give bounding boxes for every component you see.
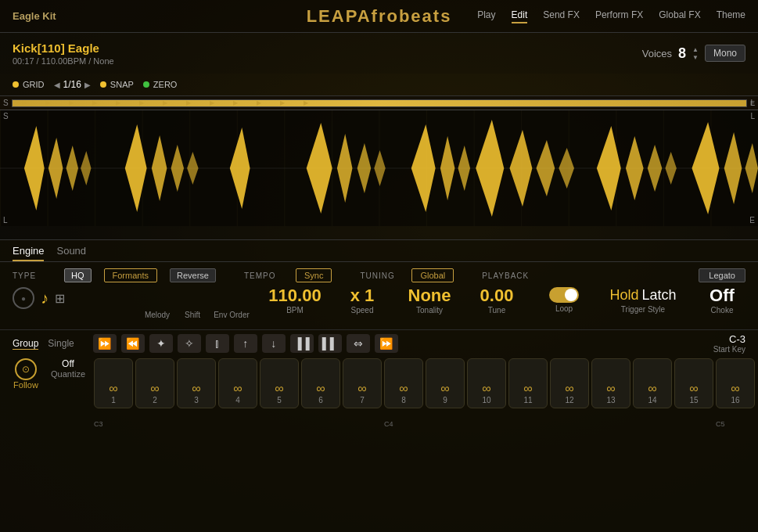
ff2-btn[interactable]: ⏩ bbox=[375, 334, 398, 353]
note-blank-12 bbox=[630, 420, 669, 428]
loop-icon-12: ∞ bbox=[565, 382, 573, 396]
start-key-value: C-3 bbox=[729, 333, 745, 345]
key-num-11: 11 bbox=[523, 396, 532, 404]
rewind-btn[interactable]: ⏪ bbox=[121, 334, 145, 353]
key-pad-6[interactable]: ∞ 6 bbox=[301, 358, 340, 408]
loop-icon-7: ∞ bbox=[357, 382, 366, 396]
key-pad-12[interactable]: ∞ 12 bbox=[550, 358, 589, 408]
group-single-tabs: Group Single bbox=[13, 338, 74, 350]
voices-up-icon[interactable]: ▲ bbox=[692, 46, 699, 53]
nav-links: Play Edit Send FX Perform FX Global FX T… bbox=[477, 9, 745, 23]
marker-s-label: S bbox=[3, 99, 9, 107]
marker-arrow-11: ▶ bbox=[257, 99, 261, 106]
key-num-10: 10 bbox=[482, 396, 490, 404]
group-tab[interactable]: Group bbox=[13, 338, 38, 350]
voices-down-icon[interactable]: ▼ bbox=[692, 54, 699, 61]
nav-theme[interactable]: Theme bbox=[717, 9, 745, 23]
sync-button[interactable]: Sync bbox=[296, 268, 332, 282]
key-num-8: 8 bbox=[401, 396, 406, 404]
nav-edit[interactable]: Edit bbox=[512, 9, 528, 23]
marker-arrow-1: ▶ bbox=[22, 99, 27, 106]
hold-text: Hold bbox=[609, 287, 638, 304]
speed-value: x 1 bbox=[350, 287, 375, 304]
mono-button[interactable]: Mono bbox=[705, 45, 745, 62]
loop-icon-11: ∞ bbox=[523, 382, 532, 396]
key-pad-14[interactable]: ∞ 14 bbox=[633, 358, 672, 408]
key-pad-15[interactable]: ∞ 15 bbox=[674, 358, 713, 408]
key-pad-16[interactable]: ∞ 16 bbox=[716, 358, 755, 408]
tab-engine[interactable]: Engine bbox=[13, 245, 44, 261]
note-blank-3 bbox=[215, 420, 254, 428]
key-pad-4[interactable]: ∞ 4 bbox=[218, 358, 257, 408]
hq-button[interactable]: HQ bbox=[64, 268, 92, 282]
down-btn[interactable]: ↓ bbox=[262, 334, 286, 353]
grid-icon[interactable]: ⊞ bbox=[55, 291, 65, 306]
bpm-label: BPM bbox=[286, 306, 304, 315]
bars-btn[interactable]: ⫿ bbox=[206, 334, 229, 353]
bars2-btn[interactable]: ▐▐ bbox=[290, 334, 314, 353]
formants-button[interactable]: Formants bbox=[104, 268, 157, 282]
key-pad-11[interactable]: ∞ 11 bbox=[508, 358, 548, 408]
arrows-btn[interactable]: ⇔ bbox=[347, 334, 370, 353]
follow-icon[interactable]: ⊙ bbox=[15, 358, 37, 380]
bottom-section: Engine Sound TYPE HQ Formants Reverse TE… bbox=[0, 240, 758, 532]
key-pad-1[interactable]: ∞ 1 bbox=[94, 358, 133, 408]
loop-icon-13: ∞ bbox=[606, 382, 615, 396]
random-btn[interactable]: ✦ bbox=[149, 334, 173, 353]
music-note-icon[interactable]: ♪ bbox=[41, 289, 48, 307]
key-pad-10[interactable]: ∞ 10 bbox=[467, 358, 506, 408]
nav-perform-fx[interactable]: Perform FX bbox=[595, 9, 643, 23]
loop-toggle[interactable] bbox=[549, 287, 579, 303]
marker-arrow-8: ▶ bbox=[186, 99, 191, 106]
global-button[interactable]: Global bbox=[411, 268, 454, 282]
fast-forward-btn[interactable]: ⏩ bbox=[93, 334, 117, 353]
voices-label: Voices bbox=[642, 48, 672, 59]
bars3-btn[interactable]: ▌▌ bbox=[318, 334, 342, 353]
loop-icon-6: ∞ bbox=[316, 382, 325, 396]
grid-next-button[interactable]: ▶ bbox=[84, 81, 91, 89]
marker-arrow-2: ▶ bbox=[45, 99, 50, 106]
voices-number: 8 bbox=[678, 45, 686, 62]
key-num-16: 16 bbox=[731, 396, 739, 404]
trigger-group: Hold Latch Trigger Style bbox=[604, 287, 682, 314]
up-btn[interactable]: ↑ bbox=[234, 334, 257, 353]
diamond-btn[interactable]: ✧ bbox=[178, 334, 201, 353]
key-pads: ∞ 1 ∞ 2 ∞ 3 ∞ 4 bbox=[94, 358, 755, 408]
key-pad-3[interactable]: ∞ 3 bbox=[177, 358, 216, 408]
note-c3: C3 bbox=[91, 420, 130, 428]
single-tab[interactable]: Single bbox=[48, 338, 74, 350]
marker-bar[interactable]: S ▶ ▶ ▶ ▶ ▶ ▶ ▶ ▶ ▶ ▶ ▶ ▶ ▶ L bbox=[0, 96, 758, 110]
legato-button[interactable]: Legato bbox=[699, 268, 745, 282]
key-num-12: 12 bbox=[565, 396, 573, 404]
key-num-6: 6 bbox=[318, 396, 323, 404]
key-pad-9[interactable]: ∞ 9 bbox=[426, 358, 465, 408]
nav-send-fx[interactable]: Send FX bbox=[543, 9, 580, 23]
nav-play[interactable]: Play bbox=[477, 9, 495, 23]
marker-track[interactable]: ▶ ▶ ▶ ▶ ▶ ▶ ▶ ▶ ▶ ▶ ▶ ▶ ▶ bbox=[12, 99, 748, 107]
bpm-group: 110.00 BPM bbox=[268, 287, 322, 315]
grid-prev-button[interactable]: ◀ bbox=[54, 81, 60, 89]
type-label: TYPE bbox=[13, 271, 52, 280]
tune-value: 0.00 bbox=[480, 287, 514, 304]
nav-global-fx[interactable]: Global FX bbox=[659, 9, 700, 23]
note-blank-1 bbox=[132, 420, 171, 428]
key-pad-7[interactable]: ∞ 7 bbox=[343, 358, 382, 408]
key-num-9: 9 bbox=[443, 396, 447, 404]
loop-icon-5: ∞ bbox=[275, 382, 283, 396]
brand-leap: LEAP bbox=[307, 6, 357, 26]
key-pad-5[interactable]: ∞ 5 bbox=[260, 358, 299, 408]
grid-nav[interactable]: ◀ 1/16 ▶ bbox=[54, 79, 91, 90]
key-pad-13[interactable]: ∞ 13 bbox=[591, 358, 630, 408]
key-pad-8[interactable]: ∞ 8 bbox=[384, 358, 423, 408]
key-pad-2[interactable]: ∞ 2 bbox=[135, 358, 174, 408]
grid-dot bbox=[13, 81, 19, 88]
tab-sound[interactable]: Sound bbox=[56, 245, 86, 261]
tempo-label: TEMPO bbox=[244, 271, 283, 280]
voices-arrows[interactable]: ▲ ▼ bbox=[692, 46, 699, 61]
reverse-button[interactable]: Reverse bbox=[170, 268, 216, 282]
env-order-label: Env Order bbox=[214, 311, 250, 319]
marker-arrow-12: ▶ bbox=[280, 99, 285, 106]
note-labels-row: C3 C4 C5 bbox=[0, 419, 758, 428]
record-icon[interactable]: ● bbox=[13, 287, 34, 309]
waveform-main[interactable]: S L E L bbox=[0, 110, 758, 226]
